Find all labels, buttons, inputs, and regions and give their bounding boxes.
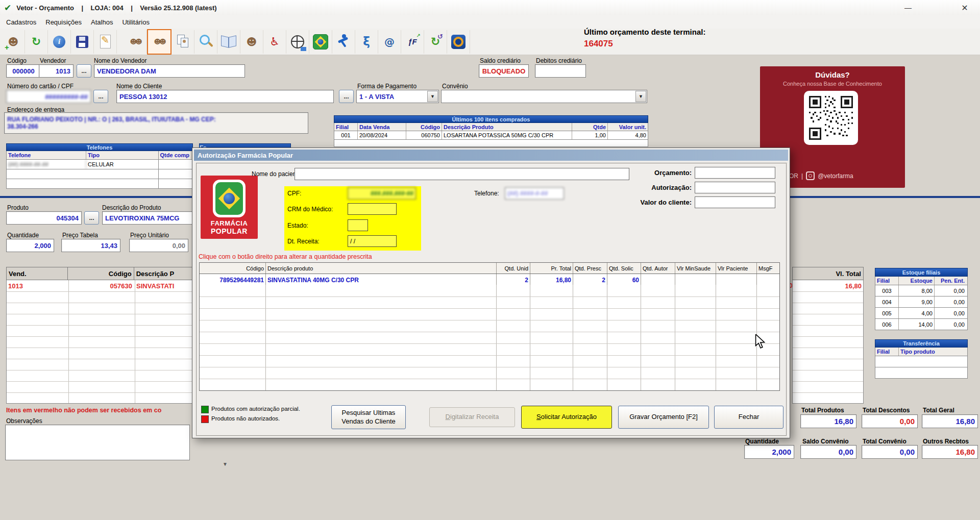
convenio-select[interactable]: ▼: [441, 90, 647, 103]
estado-field[interactable]: [348, 219, 368, 231]
gravar-orcamento-button[interactable]: Gravar Orçamento [F2]: [618, 406, 709, 429]
catalog-button[interactable]: [217, 30, 240, 54]
clients-photo-button[interactable]: ☻☻: [147, 29, 172, 55]
menu-requisicoes[interactable]: Requisições: [45, 18, 82, 26]
nome-cliente-field[interactable]: PESSOA 13012: [116, 90, 334, 103]
window-title: Vetor - Orçamento | LOJA: 004 | Versão 2…: [16, 4, 216, 12]
dropdown-arrow-icon[interactable]: ▼: [427, 91, 438, 102]
autorizacao-label: Autorização:: [616, 184, 692, 191]
pesquisar-vendas-button[interactable]: Pesquisar Ultimas Vendas do Cliente: [331, 405, 406, 429]
cart-icon: [301, 47, 306, 51]
cell-pr-total: 16,80: [530, 274, 573, 286]
solicitar-label: olicitar Autorização: [541, 413, 597, 421]
estoque-row[interactable]: 004 9,00 0,00: [875, 296, 968, 308]
search-button[interactable]: [194, 30, 217, 54]
edit-pencil-icon: ✎: [101, 35, 109, 45]
cartao-cpf-field[interactable]: #########-##: [6, 90, 91, 103]
edit-button[interactable]: ✎: [94, 30, 117, 54]
save-button[interactable]: [71, 30, 94, 54]
crm-field[interactable]: [348, 203, 397, 215]
sync-icon2: ↺: [437, 33, 443, 40]
formula-button[interactable]: ƒF ↗: [401, 30, 424, 54]
dt-receita-field[interactable]: / /: [348, 235, 397, 247]
solicitar-accesskey: S: [536, 413, 541, 421]
cell-vend: 1013: [6, 280, 68, 291]
dropdown-arrow-icon[interactable]: ▼: [635, 91, 646, 102]
modal-titlebar[interactable]: Autorização Farmácia Popular: [194, 150, 788, 161]
close-button[interactable]: ✕: [952, 0, 977, 15]
forma-pagamento-select[interactable]: 1 - A VISTA ▼: [356, 90, 439, 103]
cpf-field[interactable]: ###.###.###-##: [348, 187, 416, 200]
digitalizar-accesskey: D: [446, 413, 450, 421]
menu-atalhos[interactable]: Atalhos: [91, 18, 113, 26]
web-store-button[interactable]: [286, 30, 309, 54]
observacoes-field[interactable]: [5, 425, 190, 460]
produto-browse-button[interactable]: ...: [84, 211, 99, 225]
clients-group-button[interactable]: ☻☻: [124, 30, 147, 54]
vendedor-browse-button[interactable]: ...: [77, 64, 91, 78]
estoque-row[interactable]: 006 14,00 0,00: [875, 319, 968, 330]
minimize-button[interactable]: —: [896, 0, 920, 15]
ultimos-col-headers: Filial Data Venda Código Descrição Produ…: [334, 123, 648, 131]
expand-arrow-icon[interactable]: ▼: [223, 461, 228, 467]
ultimos-row[interactable]: 001 20/08/2024 060750 LOSARTANA POTASSIC…: [334, 131, 648, 140]
red-items-warning: Itens em vermelho não podem ser recebido…: [6, 407, 191, 414]
pagamento-browse-button[interactable]: ...: [339, 90, 354, 103]
gravar-label: Gravar Orçamento [F2]: [629, 413, 698, 421]
cell-estoque: 14,00: [899, 319, 935, 330]
copy-docs-button[interactable]: [172, 30, 194, 54]
preco-unitario-field[interactable]: 0,00: [129, 239, 188, 252]
accessibility-button[interactable]: [332, 30, 355, 54]
valor-cliente-field[interactable]: [695, 196, 775, 208]
col-pen-ent: Pen. Ent.: [935, 277, 966, 285]
solicitar-autorizacao-button[interactable]: Solicitar Autorização: [521, 406, 612, 429]
preco-tabela-field[interactable]: 13,43: [61, 239, 120, 252]
codigo-field[interactable]: 000000: [6, 64, 41, 78]
titlebar: ✔ Vetor - Orçamento | LOJA: 004 | Versão…: [0, 0, 980, 16]
last-budget-value: 164075: [584, 39, 613, 49]
nome-paciente-field[interactable]: [295, 168, 629, 180]
nome-cliente-label: Nome do Cliente: [116, 83, 162, 90]
debitos-crediario-label: Debitos crediário: [536, 57, 582, 64]
right-click-hint: Clique com o botão direito para alterar …: [199, 253, 372, 260]
endereco-field: RUA FLORIANO PEIXOTO | NR.: O | 263, BRA…: [4, 112, 308, 134]
codigo-label: Código: [7, 57, 27, 64]
add-client-button[interactable]: ☻ +: [2, 30, 25, 54]
autorizacao-field[interactable]: [695, 182, 775, 193]
col-valor-unit: Valor unit.: [608, 123, 648, 131]
quantidade-field[interactable]: 2,000: [6, 239, 54, 252]
estoque-filiais-cols: Filial Estoque Pen. Ent.: [875, 277, 968, 285]
estoque-row[interactable]: 003 8,00 0,00: [875, 285, 968, 296]
person-button[interactable]: ☻: [240, 30, 263, 54]
col-tipo: Tipo: [86, 151, 169, 159]
dna-button[interactable]: ξ: [355, 30, 378, 54]
col-qtd-autor: Qtd. Autor: [641, 263, 675, 274]
vl-total-row[interactable]: 16,80: [792, 280, 864, 291]
menu-utilitarios[interactable]: Utilitários: [122, 18, 149, 26]
telefone-modal-field[interactable]: (##) ####-#-##: [505, 187, 564, 200]
forma-pagamento-label: Forma de Pagamento: [357, 83, 416, 90]
book-icon: [221, 35, 229, 48]
farmacia-popular-button[interactable]: [447, 30, 470, 54]
grid-row[interactable]: 1013 057630 SINVASTATI: [6, 280, 193, 291]
quantidade-total-label: Quantidade: [745, 438, 779, 445]
cliente-browse-button[interactable]: ...: [93, 90, 108, 103]
estoque-row[interactable]: 005 4,00 0,00: [875, 308, 968, 319]
social-row: OR | @vetorfarma: [789, 171, 853, 180]
refresh-button[interactable]: ↻: [25, 30, 48, 54]
spiral-button[interactable]: @: [378, 30, 401, 54]
info-button[interactable]: i: [48, 30, 71, 54]
produto-field[interactable]: 045304: [6, 211, 82, 225]
nome-vendedor-field[interactable]: VENDEDORA DAM: [94, 64, 245, 78]
menu-cadastros[interactable]: Cadastros: [6, 18, 36, 26]
menubar: Cadastros Requisições Atalhos Utilitário…: [0, 15, 980, 29]
cell-vl-total: 16,80: [792, 280, 864, 291]
sync-button[interactable]: ↻ ↺: [424, 30, 447, 54]
vendedor-field[interactable]: 1013: [39, 64, 74, 78]
orcamento-field[interactable]: [695, 167, 775, 179]
col-vlr-minsaude: Vlr MinSaude: [675, 263, 716, 274]
fechar-button[interactable]: Fechar: [714, 406, 783, 429]
brazil-flag-button[interactable]: [309, 30, 332, 54]
cell-qtd-solic: 60: [607, 274, 641, 286]
wheelchair-button[interactable]: ♿: [263, 30, 286, 54]
